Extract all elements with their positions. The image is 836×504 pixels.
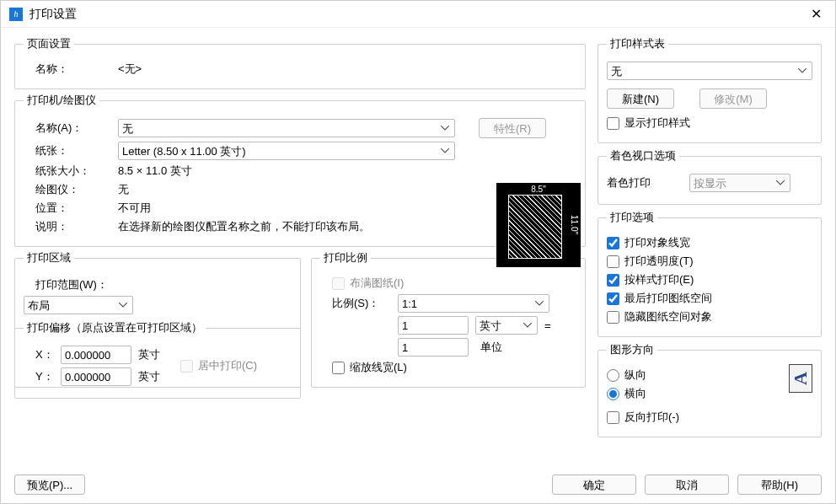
fit-to-paper-label: 布满图纸(I) <box>350 276 404 291</box>
modify-style-button[interactable]: 修改(M) <box>699 88 767 109</box>
scale-numerator-input[interactable] <box>398 316 469 335</box>
scale-select[interactable]: 1:1 <box>398 294 549 313</box>
upside-down-label: 反向打印(-) <box>624 410 679 425</box>
opt-by-style-checkbox[interactable] <box>607 274 619 287</box>
offset-y-unit: 英寸 <box>138 369 160 384</box>
page-name-value: <无> <box>118 62 142 77</box>
scale-unit-select[interactable]: 英寸 <box>475 316 538 335</box>
scale-label: 比例(S)： <box>332 296 391 311</box>
display-styles-label: 显示打印样式 <box>624 115 690 131</box>
portrait-radio[interactable] <box>607 369 619 382</box>
offset-x-unit: 英寸 <box>138 347 160 362</box>
portrait-label: 纵向 <box>624 367 646 383</box>
display-styles-checkbox[interactable] <box>607 117 619 130</box>
style-table-select[interactable]: 无 <box>607 62 812 80</box>
shade-plot-label: 着色打印 <box>607 175 683 190</box>
paper-size-label: 纸张大小： <box>35 164 111 179</box>
fit-to-paper-checkbox[interactable] <box>332 277 345 290</box>
opt-paperspace-last-label: 最后打印图纸空间 <box>624 291 712 306</box>
help-button[interactable]: 帮助(H) <box>737 475 822 495</box>
plot-scale-group: 打印比例 布满图纸(I) 比例(S)： 1:1 英寸 = <box>311 250 586 388</box>
plot-options-group: 打印选项 打印对象线宽 打印透明度(T) 按样式打印(E) 最后打印图纸空间 隐… <box>598 210 822 337</box>
offset-y-input[interactable] <box>61 367 131 386</box>
plot-range-label: 打印范围(W)： <box>35 277 108 292</box>
print-settings-dialog: h 打印设置 ✕ 页面设置 名称： <无> 打印机/绘图仪 名称(A)： 无 特… <box>0 0 836 504</box>
window-title: 打印设置 <box>29 7 806 22</box>
opt-transparency-label: 打印透明度(T) <box>624 254 694 269</box>
location-label: 位置： <box>35 201 111 216</box>
landscape-label: 横向 <box>624 386 646 401</box>
paper-select[interactable]: Letter (8.50 x 11.00 英寸) <box>118 142 455 160</box>
preview-width-label: 8.5" <box>496 185 581 194</box>
orientation-icon: A <box>789 364 812 393</box>
plot-offset-group: 打印偏移（原点设置在可打印区域） X： 英寸 Y： 英寸 <box>14 320 301 399</box>
plot-range-select[interactable]: 布局 <box>24 296 133 314</box>
orientation-legend: 图形方向 <box>607 342 657 357</box>
opt-lineweights-label: 打印对象线宽 <box>624 235 690 250</box>
cancel-button[interactable]: 取消 <box>645 475 729 495</box>
close-icon[interactable]: ✕ <box>806 6 827 22</box>
equals-label: = <box>544 319 551 332</box>
offset-x-input[interactable] <box>61 346 131 364</box>
opt-by-style-label: 按样式打印(E) <box>624 272 694 287</box>
scale-denominator-input[interactable] <box>398 338 469 357</box>
preview-page-icon <box>508 195 562 259</box>
plotter-label: 绘图仪： <box>35 182 111 197</box>
titlebar: h 打印设置 ✕ <box>1 1 835 28</box>
properties-button[interactable]: 特性(R) <box>479 118 546 138</box>
offset-x-label: X： <box>35 347 54 362</box>
page-name-label: 名称： <box>35 62 111 77</box>
ok-button[interactable]: 确定 <box>552 475 636 495</box>
center-plot-checkbox[interactable] <box>180 360 193 373</box>
footer: 预览(P)... 确定 取消 帮助(H) <box>14 475 822 495</box>
scale-lineweights-label: 缩放线宽(L) <box>350 360 407 375</box>
printer-name-label: 名称(A)： <box>35 121 111 136</box>
preview-height-label: 11.0" <box>570 183 579 267</box>
landscape-radio[interactable] <box>607 388 619 400</box>
shade-group: 着色视口选项 着色打印 按显示 <box>598 148 822 205</box>
page-setup-legend: 页面设置 <box>24 36 74 51</box>
plotter-value: 无 <box>118 182 129 197</box>
shade-legend: 着色视口选项 <box>607 148 679 164</box>
plot-area-legend: 打印区域 <box>24 250 74 265</box>
preview-button[interactable]: 预览(P)... <box>14 475 85 495</box>
location-value: 不可用 <box>118 201 151 216</box>
plot-options-legend: 打印选项 <box>607 210 657 225</box>
opt-transparency-checkbox[interactable] <box>607 255 619 268</box>
paper-preview: 8.5" 11.0" <box>496 183 581 267</box>
new-style-button[interactable]: 新建(N) <box>607 88 674 109</box>
description-value: 在选择新的绘图仪配置名称之前，不能打印该布局。 <box>118 219 370 234</box>
app-icon: h <box>9 8 23 21</box>
description-label: 说明： <box>35 219 111 234</box>
orientation-group: 图形方向 纵向 横向 A 反向打印(-) <box>598 342 822 437</box>
scale-lineweights-checkbox[interactable] <box>332 362 345 374</box>
plot-scale-legend: 打印比例 <box>320 250 371 265</box>
shade-plot-select[interactable]: 按显示 <box>689 174 790 192</box>
opt-lineweights-checkbox[interactable] <box>607 237 619 249</box>
opt-paperspace-last-checkbox[interactable] <box>607 292 619 305</box>
offset-y-label: Y： <box>35 369 54 384</box>
paper-size-value: 8.5 × 11.0 英寸 <box>118 164 192 179</box>
plot-offset-legend: 打印偏移（原点设置在可打印区域） <box>24 320 206 335</box>
center-plot-label: 居中打印(C) <box>198 358 257 373</box>
printer-name-select[interactable]: 无 <box>118 119 455 137</box>
printer-legend: 打印机/绘图仪 <box>24 93 99 108</box>
paper-label: 纸张： <box>35 143 111 158</box>
upside-down-checkbox[interactable] <box>607 411 619 424</box>
page-setup-group: 页面设置 名称： <无> <box>14 36 586 89</box>
style-table-legend: 打印样式表 <box>607 36 668 51</box>
denominator-unit-label: 单位 <box>475 340 538 355</box>
opt-hide-paperspace-label: 隐藏图纸空间对象 <box>624 309 712 324</box>
opt-hide-paperspace-checkbox[interactable] <box>607 311 619 324</box>
style-table-group: 打印样式表 无 新建(N) 修改(M) 显示打印样式 <box>598 36 822 143</box>
